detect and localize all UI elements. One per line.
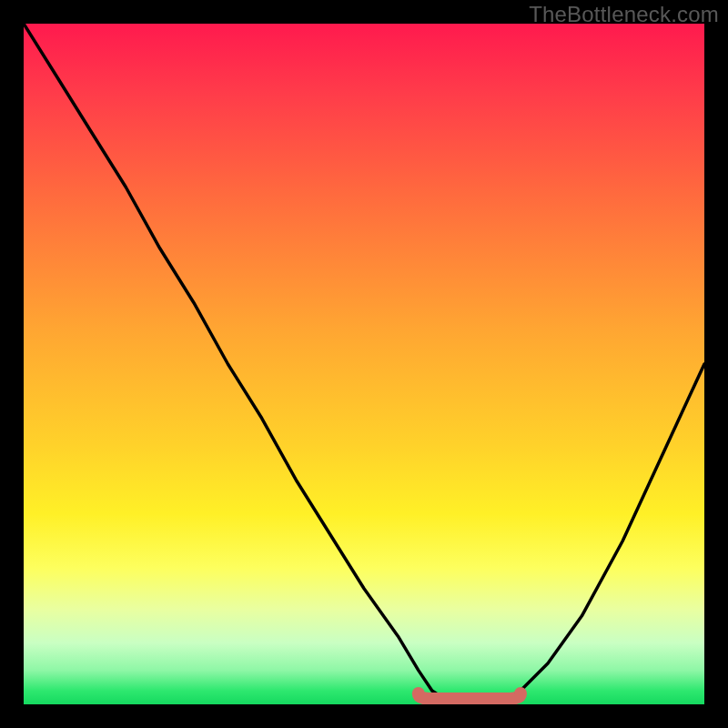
chart-optimal-zone-marker	[419, 693, 521, 699]
chart-plot-area	[24, 24, 704, 704]
chart-frame: TheBottleneck.com	[0, 0, 728, 728]
chart-svg	[24, 24, 704, 704]
chart-curve-layer	[24, 24, 704, 704]
watermark-text: TheBottleneck.com	[529, 2, 719, 27]
chart-series-line	[24, 24, 704, 704]
